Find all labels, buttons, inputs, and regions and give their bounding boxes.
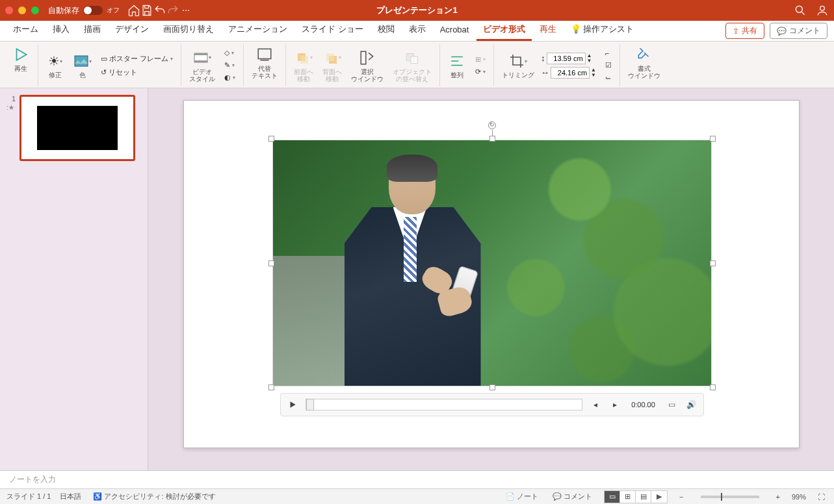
rotate-button[interactable]: ⟳ — [473, 66, 488, 77]
tab-review[interactable]: 校閲 — [371, 21, 401, 41]
resize-handle-nw[interactable] — [268, 136, 274, 142]
normal-view-button[interactable]: ▭ — [605, 491, 620, 503]
alt-text-button[interactable]: 代替 テキスト — [249, 44, 280, 81]
tab-insert[interactable]: 挿入 — [46, 21, 76, 41]
tab-playback[interactable]: 再生 — [533, 21, 563, 41]
crop-button[interactable]: トリミング — [499, 51, 537, 80]
save-icon[interactable] — [140, 4, 153, 17]
lock-aspect-check[interactable]: ☑ — [603, 60, 614, 71]
resize-handle-sw[interactable] — [268, 384, 274, 390]
lock-aspect-top[interactable]: ⌐ — [603, 48, 614, 58]
comment-button[interactable]: 💬コメント — [770, 23, 827, 39]
reset-button[interactable]: ↺リセット — [98, 66, 176, 79]
height-input[interactable] — [547, 53, 586, 64]
player-play-button[interactable] — [286, 398, 299, 411]
video-shape-button[interactable]: ◇ — [222, 47, 238, 58]
width-stepper[interactable]: ▲▼ — [591, 68, 596, 77]
video-effects-button[interactable]: ◐ — [222, 72, 238, 83]
notes-pane[interactable]: ノートを入力 — [0, 470, 834, 488]
account-icon[interactable] — [816, 4, 829, 17]
lock-aspect-bottom[interactable]: ⌙ — [603, 72, 614, 83]
toggle-switch[interactable] — [83, 6, 103, 15]
svg-rect-9 — [329, 56, 337, 64]
rotate-handle[interactable] — [488, 121, 496, 129]
player-step-back-button[interactable]: ◂ — [589, 398, 602, 411]
autosave-toggle[interactable]: 自動保存 オフ — [48, 5, 120, 16]
reorder-icon — [403, 49, 421, 67]
slide-thumbnails-panel[interactable]: 1 :★ — [0, 88, 148, 470]
tab-acrobat[interactable]: Acrobat — [434, 22, 476, 40]
tab-tell-me[interactable]: 操作アシスト — [564, 21, 640, 41]
width-icon: ↔ — [541, 68, 549, 77]
player-thumb[interactable] — [306, 399, 314, 410]
home-icon[interactable] — [127, 4, 140, 17]
svg-rect-5 — [194, 60, 207, 62]
comments-toggle[interactable]: 💬コメント — [550, 490, 595, 503]
fit-to-window-button[interactable]: ⛶ — [815, 492, 827, 502]
close-window-button[interactable] — [5, 6, 13, 14]
player-volume-button[interactable]: 🔊 — [685, 398, 698, 411]
resize-handle-n[interactable] — [489, 136, 495, 142]
color-button[interactable]: 色 — [71, 51, 94, 80]
tab-video-format[interactable]: ビデオ形式 — [476, 21, 532, 41]
minimize-window-button[interactable] — [18, 6, 26, 14]
slide-counter: スライド 1 / 1 — [7, 492, 51, 501]
resize-handle-e[interactable] — [710, 260, 716, 266]
width-input[interactable] — [551, 67, 590, 79]
share-button[interactable]: ⇪共有 — [725, 23, 764, 39]
slide-thumbnail-1[interactable] — [20, 95, 135, 161]
tab-slideshow[interactable]: スライド ショー — [295, 21, 370, 41]
player-step-fwd-button[interactable]: ▸ — [608, 398, 621, 411]
reorder-objects-button: オブジェクト の並べ替え — [390, 47, 434, 84]
tab-draw[interactable]: 描画 — [77, 21, 107, 41]
zoom-level[interactable]: 99% — [792, 493, 806, 501]
resize-handle-s[interactable] — [489, 384, 495, 390]
poster-frame-button[interactable]: ▭ポスター フレーム — [98, 53, 176, 65]
align-button[interactable]: 整列 — [445, 51, 469, 80]
workspace: 1 :★ — [0, 88, 834, 470]
svg-point-0 — [796, 6, 802, 12]
tab-design[interactable]: デザイン — [109, 21, 155, 41]
player-captions-button[interactable]: ▭ — [666, 398, 679, 411]
search-icon[interactable] — [794, 4, 807, 17]
tab-transitions[interactable]: 画面切り替え — [157, 21, 220, 41]
corrections-button[interactable]: ☀ 修正 — [44, 51, 67, 80]
slide[interactable]: ◂ ▸ 0:00.00 ▭ 🔊 — [183, 100, 800, 448]
resize-handle-w[interactable] — [268, 260, 274, 266]
tab-view[interactable]: 表示 — [402, 21, 432, 41]
slide-canvas-area[interactable]: ◂ ▸ 0:00.00 ▭ 🔊 — [148, 88, 834, 470]
autosave-state: オフ — [107, 6, 120, 15]
sorter-view-button[interactable]: ⊞ — [620, 491, 636, 503]
reading-view-button[interactable]: ▤ — [636, 491, 651, 503]
slideshow-view-button[interactable]: ▶ — [651, 491, 667, 503]
video-object[interactable] — [272, 140, 712, 386]
rotate-icon: ⟳ — [475, 68, 481, 76]
notes-toggle[interactable]: 📄ノート — [503, 490, 541, 503]
more-icon[interactable]: ⋯ — [179, 4, 192, 17]
video-styles-button[interactable]: ビデオ スタイル — [187, 47, 218, 84]
zoom-in-button[interactable]: + — [774, 492, 783, 502]
format-pane-button[interactable]: 書式 ウインドウ — [625, 44, 663, 81]
language-indicator[interactable]: 日本語 — [60, 492, 81, 501]
accessibility-checker[interactable]: ♿アクセシビリティ: 検討が必要です — [90, 490, 218, 503]
tab-home[interactable]: ホーム — [7, 21, 45, 41]
undo-icon[interactable] — [153, 4, 166, 17]
resize-handle-se[interactable] — [710, 384, 716, 390]
zoom-slider[interactable] — [701, 496, 759, 498]
send-backward-icon — [323, 49, 341, 67]
height-stepper[interactable]: ▲▼ — [587, 53, 592, 62]
title-bar: 自動保存 オフ ⋯ プレゼンテーション1 — [0, 0, 834, 21]
play-icon — [12, 45, 30, 64]
video-border-button[interactable]: ✎ — [222, 60, 238, 71]
svg-rect-13 — [411, 56, 418, 63]
svg-rect-4 — [194, 53, 207, 55]
play-button[interactable]: 再生 — [9, 44, 33, 73]
window-controls — [5, 6, 39, 14]
svg-rect-10 — [326, 53, 334, 61]
selection-pane-button[interactable]: 選択 ウインドウ — [348, 47, 386, 84]
zoom-out-button[interactable]: − — [677, 492, 686, 502]
tab-animations[interactable]: アニメーション — [222, 21, 294, 41]
maximize-window-button[interactable] — [31, 6, 39, 14]
player-track[interactable] — [306, 399, 582, 410]
resize-handle-ne[interactable] — [710, 136, 716, 142]
